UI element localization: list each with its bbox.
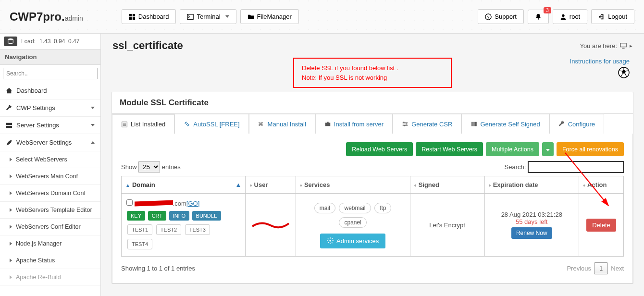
nav-webservers-domain-conf[interactable]: WebServers Domain Conf bbox=[0, 185, 100, 202]
chevron-right-icon bbox=[10, 225, 12, 229]
user-button[interactable]: root bbox=[553, 9, 587, 24]
chevron-right-icon bbox=[10, 208, 12, 212]
svg-text:?: ? bbox=[487, 14, 490, 19]
svc-cpanel: cpanel bbox=[339, 217, 366, 228]
monitor-icon[interactable] bbox=[620, 42, 627, 49]
nav-webserver-settings[interactable]: WebServer Settings bbox=[0, 134, 100, 151]
nav-nodejs-manager[interactable]: Node.js Manager bbox=[0, 235, 100, 252]
bell-icon bbox=[535, 13, 542, 20]
svg-rect-10 bbox=[6, 123, 12, 124]
days-left: 55 days left bbox=[490, 218, 574, 225]
nav-webservers-template-editor[interactable]: WebServers Template Editor bbox=[0, 202, 100, 219]
test1-button[interactable]: TEST1 bbox=[127, 224, 152, 235]
terminal-icon bbox=[187, 13, 194, 20]
redacted-domain bbox=[135, 200, 173, 207]
notifications-button[interactable]: 3 bbox=[528, 10, 549, 24]
tab-generate-csr[interactable]: Generate CSR bbox=[393, 114, 461, 134]
barcode-icon bbox=[471, 121, 477, 127]
tabs: List Installed AutoSSL [FREE] ⌘Manual In… bbox=[112, 114, 633, 134]
chevron-right-icon bbox=[10, 275, 12, 279]
nav-webservers-main-conf[interactable]: WebServers Main Conf bbox=[0, 168, 100, 185]
next-page[interactable]: Next bbox=[611, 265, 624, 272]
chevron-down-icon bbox=[91, 124, 95, 126]
tab-self-signed[interactable]: Generate Self Signed bbox=[461, 114, 549, 134]
col-user[interactable]: ♦User bbox=[246, 176, 296, 194]
col-expiration[interactable]: ♦Expiration date bbox=[484, 176, 579, 194]
svg-text:⌘: ⌘ bbox=[258, 121, 263, 127]
annotation-note: Delete SSL if you found below list . Not… bbox=[293, 58, 452, 88]
page-1[interactable]: 1 bbox=[594, 262, 608, 274]
nav-select-webservers[interactable]: Select WebServers bbox=[0, 151, 100, 168]
logo: CWP7pro.admin bbox=[10, 10, 83, 24]
svg-point-21 bbox=[329, 240, 331, 242]
support-button[interactable]: ? Support bbox=[478, 9, 524, 24]
renew-now-button[interactable]: Renew Now bbox=[511, 227, 552, 239]
svg-point-18 bbox=[403, 122, 405, 123]
tab-autossl[interactable]: AutoSSL [FREE] bbox=[174, 114, 248, 134]
col-signed[interactable]: ♦Signed bbox=[410, 176, 484, 194]
info-button[interactable]: INFO bbox=[169, 211, 189, 221]
table-search-input[interactable] bbox=[528, 161, 624, 173]
nav-cwp-settings[interactable]: CWP Settings bbox=[0, 99, 100, 117]
sidebar: Load: 1.43 0.94 0.47 Navigation Dashboar… bbox=[0, 34, 101, 296]
delete-button[interactable]: Delete bbox=[586, 219, 616, 232]
filemanager-button[interactable]: FileManager bbox=[240, 9, 299, 24]
tab-list-installed[interactable]: List Installed bbox=[112, 114, 174, 134]
length-select[interactable]: 25 bbox=[138, 161, 160, 173]
pagination: Previous 1 Next bbox=[567, 262, 624, 274]
col-domain[interactable]: ▲Domain▲ bbox=[122, 176, 246, 194]
tab-install-server[interactable]: Install from server bbox=[315, 114, 393, 134]
panel-title: Module SSL Certificate bbox=[112, 92, 633, 114]
multiple-actions-caret[interactable] bbox=[542, 142, 554, 156]
prev-page[interactable]: Previous bbox=[567, 265, 591, 272]
key-button[interactable]: KEY bbox=[127, 211, 145, 221]
bundle-button[interactable]: BUNDLE bbox=[192, 211, 222, 221]
user-icon bbox=[560, 13, 567, 20]
dashboard-icon bbox=[129, 13, 136, 20]
svg-rect-2 bbox=[129, 17, 132, 19]
admin-services-button[interactable]: Admin services bbox=[320, 234, 385, 248]
multiple-actions-button[interactable]: Multiple Actions bbox=[486, 142, 539, 156]
cell-action: Delete bbox=[579, 194, 623, 257]
soccer-ball-icon[interactable] bbox=[618, 67, 630, 78]
nav-apache-status[interactable]: Apache Status bbox=[0, 252, 100, 269]
dashboard-button[interactable]: Dashboard bbox=[122, 9, 176, 24]
svc-mail: mail bbox=[314, 203, 335, 213]
force-renovations-button[interactable]: Force all renovations bbox=[557, 142, 624, 156]
chevron-right-icon bbox=[10, 191, 12, 195]
logo-main: CWP7pro. bbox=[10, 10, 65, 23]
instructions-link[interactable]: Instructions for usage bbox=[570, 58, 630, 65]
svg-rect-4 bbox=[187, 14, 193, 19]
top-bar: CWP7pro.admin Dashboard Terminal FileMan… bbox=[0, 0, 644, 34]
notif-count-badge: 3 bbox=[544, 7, 551, 13]
nav-search-input[interactable] bbox=[3, 68, 98, 79]
test2-button[interactable]: TEST2 bbox=[156, 224, 181, 235]
svg-rect-1 bbox=[133, 13, 135, 16]
nav-server-settings[interactable]: Server Settings bbox=[0, 117, 100, 134]
col-services[interactable]: ♦Services bbox=[296, 176, 410, 194]
restart-webservers-button[interactable]: Restart Web Servers bbox=[416, 142, 483, 156]
tab-manual-install[interactable]: ⌘Manual Install bbox=[249, 114, 315, 134]
test4-button[interactable]: TEST4 bbox=[127, 239, 152, 249]
test3-button[interactable]: TEST3 bbox=[185, 224, 210, 235]
svg-rect-17 bbox=[325, 123, 331, 126]
question-icon: ? bbox=[485, 13, 492, 20]
load-values: 1.43 0.94 0.47 bbox=[39, 38, 79, 45]
crt-button[interactable]: CRT bbox=[148, 211, 166, 221]
length-control: Show 25 entries bbox=[121, 161, 181, 173]
nav-dashboard[interactable]: Dashboard bbox=[0, 82, 100, 99]
terminal-button[interactable]: Terminal bbox=[180, 9, 236, 24]
feather-icon bbox=[6, 139, 12, 146]
col-action[interactable]: ♦Action bbox=[579, 176, 623, 194]
tab-configure[interactable]: Configure bbox=[549, 114, 604, 134]
main-content: ssl_certificate You are here: ▸ Delete S… bbox=[101, 34, 644, 296]
reload-webservers-button[interactable]: Reload Web Servers bbox=[346, 142, 413, 156]
folder-icon bbox=[248, 13, 254, 20]
database-icon[interactable] bbox=[4, 37, 17, 46]
nav-apache-rebuild[interactable]: Apache Re-Build bbox=[0, 269, 100, 286]
nav-webservers-conf-editor[interactable]: WebServers Conf Editor bbox=[0, 219, 100, 235]
go-link[interactable]: [GO] bbox=[186, 200, 199, 207]
logout-button[interactable]: Logout bbox=[591, 9, 634, 24]
chevron-right-icon bbox=[10, 242, 12, 246]
row-checkbox[interactable] bbox=[126, 199, 133, 206]
